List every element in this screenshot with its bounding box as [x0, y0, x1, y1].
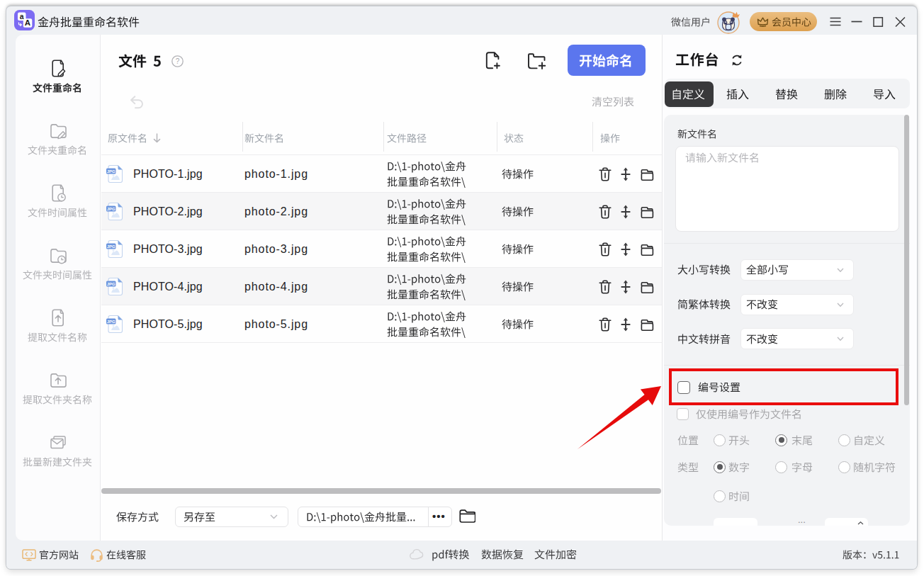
svg-text:JPG: JPG — [107, 320, 116, 324]
svg-text:a: a — [20, 12, 24, 21]
svg-text:JPG: JPG — [107, 169, 116, 174]
svg-text:?: ? — [176, 57, 180, 65]
svg-text:A: A — [25, 18, 30, 27]
svg-text:JPG: JPG — [107, 207, 116, 211]
svg-text:JPG: JPG — [107, 282, 116, 286]
svg-text:JPG: JPG — [107, 244, 116, 249]
